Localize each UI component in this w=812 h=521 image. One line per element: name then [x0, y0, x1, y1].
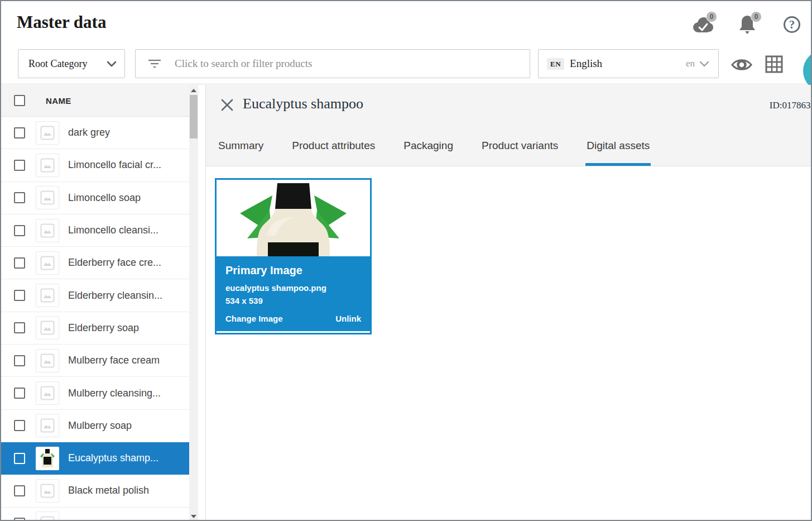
row-thumbnail — [36, 349, 59, 372]
row-label: Mulberry soap — [68, 420, 132, 432]
row-checkbox[interactable] — [14, 290, 25, 301]
row-thumbnail — [36, 154, 59, 177]
product-list-pane: NAME dark grey Limoncello facial cr... L… — [1, 85, 189, 521]
chevron-down-icon — [107, 61, 117, 67]
row-thumbnail — [36, 479, 59, 503]
tab-digital-assets[interactable]: Digital assets — [585, 125, 651, 166]
row-label: Mulberry cleansing... — [68, 388, 161, 399]
row-label: dark grey — [68, 127, 110, 138]
tab-packaging[interactable]: Packaging — [402, 125, 454, 166]
close-icon[interactable] — [220, 98, 234, 112]
row-checkbox[interactable] — [14, 355, 25, 366]
app-window: Master data 0 0 ? — [0, 0, 812, 521]
preview-button[interactable] — [730, 56, 753, 73]
row-thumbnail — [36, 219, 59, 242]
notifications-button[interactable]: 0 — [736, 13, 758, 36]
row-label: Eucalyptus shamp... — [68, 452, 158, 464]
list-item[interactable]: Elderberry face cre... — [1, 247, 189, 279]
row-thumbnail — [36, 284, 59, 307]
list-item[interactable]: dark grey — [1, 117, 189, 149]
asset-info-overlay: Primary Image eucalyptus shampoo.png 534… — [217, 256, 370, 331]
list-item[interactable]: Eucalyptus shamp... — [1, 442, 189, 475]
list-item[interactable] — [1, 508, 189, 521]
row-label: Limoncello cleansi... — [68, 224, 158, 236]
list-item[interactable]: Black metal polish — [1, 475, 189, 507]
tab-product-variants[interactable]: Product variants — [481, 125, 559, 166]
language-code: en — [686, 58, 695, 69]
product-list: dark grey Limoncello facial cr... Limonc… — [1, 117, 189, 521]
row-thumbnail — [36, 447, 59, 470]
language-selector[interactable]: EN English en — [538, 49, 719, 78]
row-checkbox[interactable] — [14, 485, 25, 496]
category-dropdown[interactable]: Root Category — [18, 49, 125, 78]
list-item[interactable]: Limoncello facial cr... — [1, 149, 189, 181]
tab-product-attributes[interactable]: Product attributes — [291, 125, 376, 166]
image-placeholder-icon — [40, 126, 55, 140]
row-checkbox[interactable] — [14, 388, 25, 399]
list-header: NAME — [1, 85, 189, 117]
row-checkbox[interactable] — [14, 453, 25, 464]
scroll-down-arrow-icon[interactable] — [191, 515, 196, 518]
asset-title: Primary Image — [225, 264, 361, 277]
image-placeholder-icon — [40, 158, 55, 173]
help-button[interactable]: ? — [781, 13, 803, 36]
row-checkbox[interactable] — [14, 160, 25, 171]
row-label: Elderberry soap — [68, 322, 139, 334]
row-checkbox[interactable] — [14, 257, 25, 269]
row-thumbnail — [36, 251, 59, 275]
list-item[interactable]: Mulberry soap — [1, 410, 189, 442]
image-placeholder-icon — [40, 418, 55, 433]
row-thumbnail — [36, 316, 59, 340]
product-thumbnail-icon — [37, 447, 58, 470]
scroll-up-arrow-icon[interactable] — [191, 89, 196, 92]
top-bar: Master data 0 0 ? — [1, 1, 811, 84]
row-checkbox[interactable] — [14, 322, 25, 333]
notification-badge: 0 — [751, 11, 762, 22]
tab-bar: Summary Product attributes Packaging Pro… — [217, 125, 651, 166]
row-checkbox[interactable] — [14, 127, 25, 138]
row-thumbnail — [36, 512, 59, 521]
row-checkbox[interactable] — [14, 420, 25, 431]
change-image-link[interactable]: Change Image — [225, 314, 283, 323]
search-input[interactable]: Click to search or filter products — [135, 49, 530, 78]
row-checkbox[interactable] — [14, 518, 25, 521]
image-placeholder-icon — [40, 223, 55, 238]
list-scrollbar[interactable] — [189, 85, 198, 521]
asset-image — [217, 180, 370, 256]
list-item[interactable]: Limoncello soap — [1, 182, 189, 214]
image-placeholder-icon — [40, 288, 55, 303]
grid-icon — [765, 55, 783, 73]
row-label: Elderberry cleansin... — [68, 290, 162, 302]
help-icon: ? — [784, 16, 800, 33]
list-item[interactable]: Elderberry soap — [1, 312, 189, 345]
language-flag-badge: EN — [547, 58, 564, 70]
row-thumbnail — [36, 381, 59, 405]
list-item[interactable]: Mulberry face cream — [1, 345, 189, 377]
scrollbar-thumb[interactable] — [190, 95, 198, 138]
primary-image-card[interactable]: Primary Image eucalyptus shampoo.png 534… — [215, 178, 372, 334]
list-item[interactable]: Mulberry cleansing... — [1, 377, 189, 409]
grid-view-button[interactable] — [765, 55, 784, 74]
image-placeholder-icon — [40, 256, 55, 270]
row-checkbox[interactable] — [14, 225, 25, 236]
image-placeholder-icon — [40, 353, 55, 368]
list-item[interactable]: Elderberry cleansin... — [1, 279, 189, 312]
list-item[interactable]: Limoncello cleansi... — [1, 214, 189, 247]
tab-summary[interactable]: Summary — [217, 125, 265, 166]
chevron-down-icon — [699, 61, 709, 67]
detail-id: ID:0178633 — [770, 100, 812, 111]
asset-filename: eucalyptus shampoo.png — [225, 283, 361, 293]
unlink-link[interactable]: Unlink — [335, 314, 361, 323]
row-label: Limoncello soap — [68, 192, 141, 204]
image-placeholder-icon — [40, 321, 55, 335]
detail-panel: Eucalyptus shampoo ID:0178633 Summary Pr… — [206, 85, 811, 521]
filter-icon — [148, 59, 161, 69]
category-dropdown-label: Root Category — [28, 58, 88, 70]
sync-status-button[interactable]: 0 — [691, 13, 714, 36]
detail-title: Eucalyptus shampoo — [243, 95, 363, 112]
row-thumbnail — [36, 414, 59, 437]
image-placeholder-icon — [40, 516, 55, 521]
row-checkbox[interactable] — [14, 192, 25, 203]
select-all-checkbox[interactable] — [14, 95, 25, 106]
name-column-header: NAME — [46, 96, 71, 106]
